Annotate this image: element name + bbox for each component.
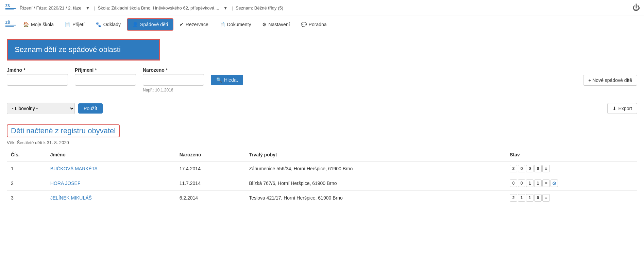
cell-name[interactable]: BUČKOVÁ MARKÉTA bbox=[46, 161, 175, 176]
table-wrap: Čís. Jméno Narozeno Trvalý pobyt Stav 1B… bbox=[0, 149, 644, 205]
status-badge: 0 bbox=[534, 165, 542, 172]
cell-status: 2000≡ bbox=[506, 161, 637, 176]
child-name-link[interactable]: HORA JOSEF bbox=[50, 181, 81, 186]
col-jmeno: Jméno bbox=[46, 149, 175, 161]
nav-item-spadove-deti[interactable]: 👤 Spádové děti bbox=[127, 18, 173, 31]
table-row: 1BUČKOVÁ MARKÉTA17.4.2014Záhumenice 556/… bbox=[7, 161, 637, 176]
power-button[interactable]: ⏻ bbox=[632, 3, 640, 12]
narozeno-group: Narozeno * Např.: 10.1.2016 bbox=[143, 67, 204, 92]
status-badge: 0 bbox=[518, 165, 525, 172]
nav-item-odklady[interactable]: 🐾 Odklady bbox=[91, 19, 125, 30]
table-row: 2HORA JOSEF11.7.2014Blízká 767/6, Horní … bbox=[7, 176, 637, 191]
section-heading: Děti načtené z registru obyvatel bbox=[0, 121, 644, 139]
prijmeni-group: Příjmení * bbox=[75, 67, 136, 86]
list-info: Seznam: Běžné třídy (5) bbox=[236, 5, 283, 11]
cell-status: 2110≡ bbox=[506, 191, 637, 205]
cell-born: 6.2.2014 bbox=[175, 191, 245, 205]
search-button[interactable]: 🔍 Hledat bbox=[211, 75, 243, 85]
cell-born: 17.4.2014 bbox=[175, 161, 245, 176]
cell-num: 1 bbox=[7, 161, 46, 176]
status-badge[interactable]: ⊙ bbox=[550, 179, 558, 187]
breadcrumb: Řízení / Fáze: 2020/21 / 2. fáze bbox=[20, 5, 81, 11]
file-icon: 📄 bbox=[219, 22, 225, 27]
logo-icon: ZŠ bbox=[4, 1, 17, 14]
child-name-link[interactable]: BUČKOVÁ MARKÉTA bbox=[50, 166, 98, 171]
filter-row: - Libovolný - Použít ⬇ Export bbox=[0, 99, 644, 121]
status-badge: 0 bbox=[534, 194, 542, 202]
cell-name[interactable]: HORA JOSEF bbox=[46, 176, 175, 191]
nav-bar: ZŠ 🏠 Moje škola 📄 Přijetí 🐾 Odklady 👤 Sp… bbox=[0, 16, 644, 33]
status-badge[interactable]: ≡ bbox=[542, 165, 550, 172]
nav-item-moje-skola[interactable]: 🏠 Moje škola bbox=[18, 19, 58, 30]
cell-name[interactable]: JELÍNEK MIKULÁŠ bbox=[46, 191, 175, 205]
status-badge: 2 bbox=[510, 194, 517, 202]
svg-text:ZŠ: ZŠ bbox=[5, 4, 10, 8]
jmeno-group: Jméno * bbox=[7, 67, 68, 86]
person-icon: 👤 bbox=[132, 22, 138, 27]
status-badge: 0 bbox=[510, 179, 517, 187]
child-name-link[interactable]: JELÍNEK MIKULÁŠ bbox=[50, 195, 92, 201]
col-cislo: Čís. bbox=[7, 149, 46, 161]
home-icon: 🏠 bbox=[23, 22, 29, 27]
jmeno-input[interactable] bbox=[7, 74, 68, 86]
nav-item-poradna[interactable]: 💬 Poradna bbox=[296, 19, 332, 30]
narozeno-hint: Např.: 10.1.2016 bbox=[143, 88, 204, 92]
check-icon: ✔ bbox=[180, 22, 184, 27]
jmeno-label: Jméno * bbox=[7, 67, 68, 73]
section-title: Děti načtené z registru obyvatel bbox=[7, 124, 120, 137]
col-pobyt: Trvalý pobyt bbox=[245, 149, 506, 161]
search-icon: 🔍 bbox=[216, 77, 222, 83]
table-row: 3JELÍNEK MIKULÁŠ6.2.2014Teslova 421/17, … bbox=[7, 191, 637, 205]
status-badge: 0 bbox=[518, 179, 525, 187]
status-badge: 1 bbox=[518, 194, 525, 202]
nav-item-nastaveni[interactable]: ⚙ Nastavení bbox=[257, 19, 295, 30]
status-badge: 1 bbox=[534, 179, 542, 187]
chat-icon: 💬 bbox=[301, 22, 307, 27]
filter-select[interactable]: - Libovolný - bbox=[7, 103, 75, 114]
school-dropdown[interactable]: ▼ bbox=[222, 5, 229, 11]
section-subtext: Věk: Šestileté děti k 31. 8. 2020 bbox=[0, 139, 644, 149]
status-badge[interactable]: ≡ bbox=[542, 194, 550, 202]
school-info: Škola: Základní škola Brno, Hněvkovského… bbox=[98, 5, 219, 11]
new-child-button[interactable]: + Nové spádové dítě bbox=[583, 75, 637, 86]
status-badge: ≡ bbox=[542, 179, 550, 187]
filter-left: - Libovolný - Použít bbox=[7, 103, 103, 114]
nav-item-rezervace[interactable]: ✔ Rezervace bbox=[175, 19, 213, 30]
export-button[interactable]: ⬇ Export bbox=[607, 103, 637, 114]
cell-address: Záhumenice 556/34, Horní Heršpice, 61900… bbox=[245, 161, 506, 176]
top-bar: ZŠ Řízení / Fáze: 2020/21 / 2. fáze ▼ | … bbox=[0, 0, 644, 16]
narozeno-label: Narozeno * bbox=[143, 67, 204, 73]
children-table: Čís. Jméno Narozeno Trvalý pobyt Stav 1B… bbox=[7, 149, 637, 205]
status-badge: 0 bbox=[526, 165, 533, 172]
breadcrumb-dropdown[interactable]: ▼ bbox=[84, 5, 91, 11]
document-icon: 📄 bbox=[65, 22, 70, 27]
prijmeni-label: Příjmení * bbox=[75, 67, 136, 73]
prijmeni-input[interactable] bbox=[75, 74, 136, 86]
nav-item-dokumenty[interactable]: 📄 Dokumenty bbox=[215, 19, 256, 30]
cell-address: Blízká 767/6, Horní Heršpice, 61900 Brno bbox=[245, 176, 506, 191]
status-badge: 1 bbox=[526, 194, 533, 202]
status-badge: 2 bbox=[510, 165, 517, 172]
nav-item-prijeti[interactable]: 📄 Přijetí bbox=[60, 19, 89, 30]
cell-status: 0011≡⊙ bbox=[506, 176, 637, 191]
page-header-wrap: Seznam dětí ze spádové oblasti bbox=[0, 33, 644, 61]
paw-icon: 🐾 bbox=[96, 22, 101, 27]
col-stav: Stav bbox=[506, 149, 637, 161]
cell-num: 3 bbox=[7, 191, 46, 205]
table-body: 1BUČKOVÁ MARKÉTA17.4.2014Záhumenice 556/… bbox=[7, 161, 637, 205]
nav-logo-icon: ZŠ bbox=[4, 18, 17, 31]
narozeno-input[interactable] bbox=[143, 74, 204, 86]
apply-button[interactable]: Použít bbox=[78, 103, 103, 114]
col-narozeno: Narozeno bbox=[175, 149, 245, 161]
page-title: Seznam dětí ze spádové oblasti bbox=[7, 39, 160, 61]
cell-address: Teslova 421/17, Horní Heršpice, 61900 Br… bbox=[245, 191, 506, 205]
cell-born: 11.7.2014 bbox=[175, 176, 245, 191]
download-icon: ⬇ bbox=[612, 106, 616, 111]
gear-icon: ⚙ bbox=[262, 22, 267, 27]
cell-num: 2 bbox=[7, 176, 46, 191]
search-form: Jméno * Příjmení * Narozeno * Např.: 10.… bbox=[0, 61, 644, 99]
status-badge: 1 bbox=[526, 179, 533, 187]
table-header: Čís. Jméno Narozeno Trvalý pobyt Stav bbox=[7, 149, 637, 161]
svg-text:ZŠ: ZŠ bbox=[5, 20, 10, 24]
